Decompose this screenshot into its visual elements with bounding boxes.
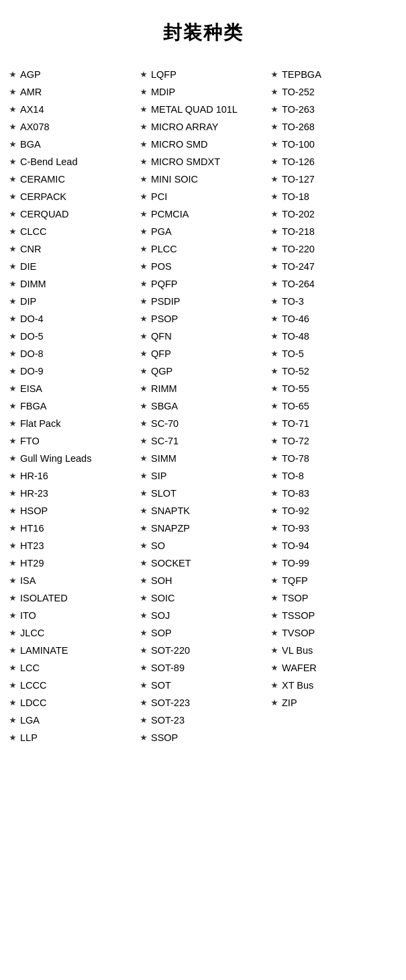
list-item[interactable]: HT16 — [7, 520, 138, 537]
list-item[interactable]: C-Bend Lead — [7, 153, 138, 170]
list-item[interactable]: QGP — [138, 362, 268, 380]
list-item[interactable]: SIMM — [138, 450, 268, 467]
list-item[interactable]: SOT-89 — [138, 659, 268, 677]
list-item[interactable]: DIE — [7, 258, 138, 275]
list-item[interactable]: AMR — [7, 83, 138, 101]
list-item[interactable]: TO-202 — [268, 205, 399, 223]
list-item[interactable]: TO-126 — [268, 153, 399, 170]
list-item[interactable]: TO-268 — [268, 118, 399, 136]
list-item[interactable]: LCCC — [7, 677, 138, 694]
list-item[interactable]: DO-9 — [7, 362, 138, 380]
list-item[interactable]: TVSOP — [268, 624, 399, 642]
list-item[interactable]: SOT-223 — [138, 694, 268, 712]
list-item[interactable]: LQFP — [138, 66, 268, 83]
list-item[interactable]: SNAPZP — [138, 520, 268, 537]
list-item[interactable]: HT23 — [7, 537, 138, 554]
list-item[interactable]: TO-100 — [268, 136, 399, 153]
list-item[interactable]: TO-46 — [268, 310, 399, 328]
list-item[interactable]: FTO — [7, 432, 138, 450]
list-item[interactable]: CERQUAD — [7, 205, 138, 223]
list-item[interactable]: TO-78 — [268, 450, 399, 467]
list-item[interactable]: Flat Pack — [7, 415, 138, 432]
list-item[interactable]: TO-72 — [268, 432, 399, 450]
list-item[interactable]: BGA — [7, 136, 138, 153]
list-item[interactable]: SC-70 — [138, 415, 268, 432]
list-item[interactable]: VL Bus — [268, 642, 399, 659]
list-item[interactable]: TO-247 — [268, 258, 399, 275]
list-item[interactable]: DIMM — [7, 275, 138, 293]
list-item[interactable]: TO-65 — [268, 397, 399, 415]
list-item[interactable]: MINI SOIC — [138, 170, 268, 188]
list-item[interactable]: LGA — [7, 712, 138, 729]
list-item[interactable]: SOT-23 — [138, 712, 268, 729]
list-item[interactable]: SC-71 — [138, 432, 268, 450]
list-item[interactable]: TO-264 — [268, 275, 399, 293]
list-item[interactable]: TSSOP — [268, 607, 399, 624]
list-item[interactable]: TO-71 — [268, 415, 399, 432]
list-item[interactable]: LCC — [7, 659, 138, 677]
list-item[interactable]: AGP — [7, 66, 138, 83]
list-item[interactable]: RIMM — [138, 380, 268, 397]
list-item[interactable]: XT Bus — [268, 677, 399, 694]
list-item[interactable]: LDCC — [7, 694, 138, 712]
list-item[interactable]: TSOP — [268, 589, 399, 607]
list-item[interactable]: SO — [138, 537, 268, 554]
list-item[interactable]: SLOT — [138, 485, 268, 502]
list-item[interactable]: TQFP — [268, 572, 399, 589]
list-item[interactable]: FBGA — [7, 397, 138, 415]
list-item[interactable]: SIP — [138, 467, 268, 485]
list-item[interactable]: PCI — [138, 188, 268, 205]
list-item[interactable]: SNAPTK — [138, 502, 268, 520]
list-item[interactable]: MICRO SMD — [138, 136, 268, 153]
list-item[interactable]: TO-92 — [268, 502, 399, 520]
list-item[interactable]: LLP — [7, 729, 138, 746]
list-item[interactable]: POS — [138, 258, 268, 275]
list-item[interactable]: PCMCIA — [138, 205, 268, 223]
list-item[interactable]: TO-55 — [268, 380, 399, 397]
list-item[interactable]: HT29 — [7, 554, 138, 572]
list-item[interactable]: SOJ — [138, 607, 268, 624]
list-item[interactable]: TO-3 — [268, 293, 399, 310]
list-item[interactable]: PSOP — [138, 310, 268, 328]
list-item[interactable]: TO-127 — [268, 170, 399, 188]
list-item[interactable]: TO-52 — [268, 362, 399, 380]
list-item[interactable]: JLCC — [7, 624, 138, 642]
list-item[interactable]: CNR — [7, 240, 138, 258]
list-item[interactable]: MICRO ARRAY — [138, 118, 268, 136]
list-item[interactable]: HSOP — [7, 502, 138, 520]
list-item[interactable]: WAFER — [268, 659, 399, 677]
list-item[interactable]: TO-94 — [268, 537, 399, 554]
list-item[interactable]: QFN — [138, 328, 268, 345]
list-item[interactable]: DIP — [7, 293, 138, 310]
list-item[interactable]: DO-8 — [7, 345, 138, 362]
list-item[interactable]: CERPACK — [7, 188, 138, 205]
list-item[interactable] — [268, 712, 399, 729]
list-item[interactable]: TO-93 — [268, 520, 399, 537]
list-item[interactable]: QFP — [138, 345, 268, 362]
list-item[interactable]: CLCC — [7, 223, 138, 240]
list-item[interactable]: PSDIP — [138, 293, 268, 310]
list-item[interactable]: DO-5 — [7, 328, 138, 345]
list-item[interactable]: CERAMIC — [7, 170, 138, 188]
list-item[interactable]: HR-23 — [7, 485, 138, 502]
list-item[interactable]: DO-4 — [7, 310, 138, 328]
list-item[interactable]: SSOP — [138, 729, 268, 746]
list-item[interactable]: AX14 — [7, 101, 138, 118]
list-item[interactable]: TO-83 — [268, 485, 399, 502]
list-item[interactable]: MDIP — [138, 83, 268, 101]
list-item[interactable]: TO-263 — [268, 101, 399, 118]
list-item[interactable]: SOT — [138, 677, 268, 694]
list-item[interactable]: SOCKET — [138, 554, 268, 572]
list-item[interactable]: PLCC — [138, 240, 268, 258]
list-item[interactable]: SOT-220 — [138, 642, 268, 659]
list-item[interactable]: TO-220 — [268, 240, 399, 258]
list-item[interactable]: SBGA — [138, 397, 268, 415]
list-item[interactable]: TEPBGA — [268, 66, 399, 83]
list-item[interactable]: SOH — [138, 572, 268, 589]
list-item[interactable]: EISA — [7, 380, 138, 397]
list-item[interactable] — [268, 729, 399, 746]
list-item[interactable]: SOP — [138, 624, 268, 642]
list-item[interactable]: TO-218 — [268, 223, 399, 240]
list-item[interactable]: TO-252 — [268, 83, 399, 101]
list-item[interactable]: PGA — [138, 223, 268, 240]
